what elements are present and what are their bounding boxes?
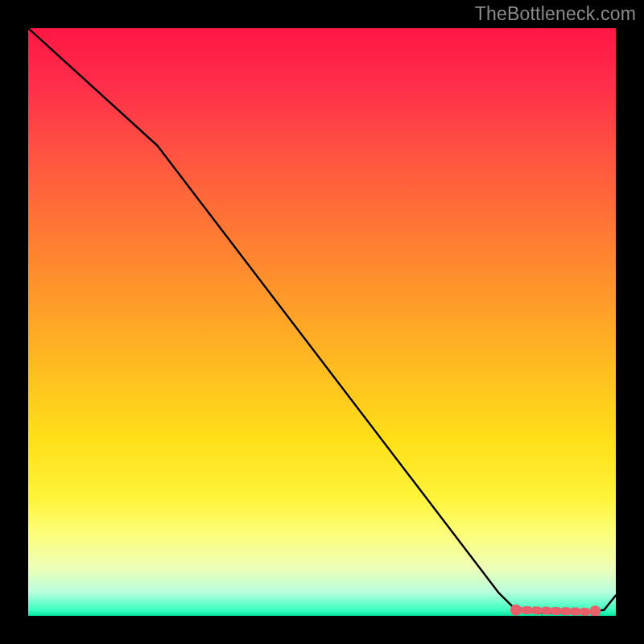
- plot-area: [28, 28, 616, 616]
- marker-left: [510, 605, 522, 616]
- chart-frame: TheBottleneck.com: [0, 0, 644, 644]
- marker-right: [589, 605, 601, 616]
- watermark-text: TheBottleneck.com: [475, 3, 636, 25]
- main-curve: [28, 28, 616, 613]
- flat-segment: [516, 610, 587, 612]
- chart-svg: [28, 28, 616, 616]
